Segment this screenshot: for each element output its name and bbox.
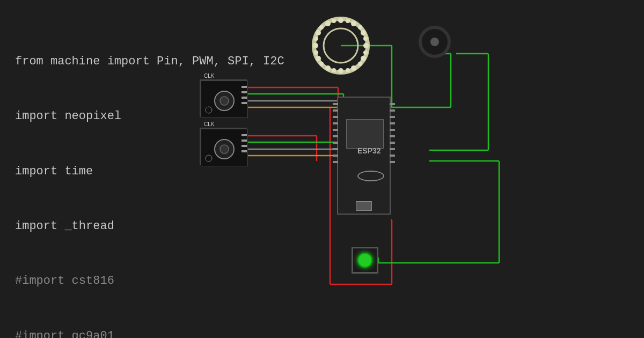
svg-rect-68 bbox=[241, 97, 247, 99]
svg-point-58 bbox=[319, 62, 324, 66]
pin bbox=[333, 142, 338, 144]
svg-point-55 bbox=[358, 62, 362, 66]
pin bbox=[333, 135, 338, 137]
svg-point-60 bbox=[314, 36, 318, 41]
esp32-board: ESP32 bbox=[337, 97, 391, 215]
svg-point-65 bbox=[220, 97, 229, 105]
svg-point-38 bbox=[324, 28, 358, 63]
encoder-2 bbox=[200, 128, 247, 165]
svg-point-73 bbox=[220, 145, 229, 153]
circuit-diagram: CLK DT SW GND CLK DT SW GND bbox=[188, 0, 644, 338]
svg-point-50 bbox=[325, 21, 331, 26]
led-indicator bbox=[357, 253, 372, 268]
esp32-right-pins bbox=[390, 103, 395, 163]
svg-text:CLK: CLK bbox=[204, 73, 215, 79]
svg-point-45 bbox=[338, 68, 343, 74]
svg-rect-74 bbox=[241, 134, 247, 136]
pin bbox=[390, 161, 395, 163]
neopixel-ring bbox=[311, 16, 370, 75]
pin bbox=[333, 129, 338, 131]
svg-point-57 bbox=[332, 68, 336, 72]
svg-point-42 bbox=[363, 43, 369, 48]
pin bbox=[390, 109, 395, 112]
svg-point-70 bbox=[206, 107, 212, 113]
pin bbox=[390, 116, 395, 118]
pin bbox=[390, 122, 395, 124]
pin bbox=[333, 109, 338, 112]
svg-point-78 bbox=[206, 155, 212, 161]
svg-point-41 bbox=[361, 30, 366, 35]
svg-point-52 bbox=[358, 25, 362, 30]
svg-rect-69 bbox=[241, 102, 247, 104]
svg-point-62 bbox=[332, 19, 336, 23]
led-button bbox=[352, 247, 378, 274]
svg-point-44 bbox=[351, 65, 356, 71]
svg-rect-67 bbox=[241, 91, 247, 93]
svg-point-61 bbox=[319, 25, 324, 30]
svg-point-48 bbox=[313, 43, 318, 48]
svg-text:CLK: CLK bbox=[204, 121, 215, 127]
svg-rect-77 bbox=[241, 150, 247, 152]
esp32-label: ESP32 bbox=[357, 146, 381, 155]
pin bbox=[333, 155, 338, 157]
svg-rect-76 bbox=[241, 145, 247, 147]
svg-point-46 bbox=[325, 65, 331, 71]
pin bbox=[333, 116, 338, 118]
esp32-usb bbox=[356, 201, 372, 211]
esp32-left-pins bbox=[333, 103, 338, 163]
pin bbox=[390, 103, 395, 105]
pin bbox=[390, 155, 395, 157]
esp32-chip: ESP32 bbox=[346, 119, 384, 149]
svg-point-54 bbox=[363, 50, 368, 55]
svg-point-53 bbox=[363, 36, 368, 41]
svg-point-39 bbox=[338, 18, 343, 23]
svg-point-56 bbox=[346, 68, 350, 72]
svg-point-51 bbox=[346, 19, 350, 23]
circuit-wires: CLK DT SW GND CLK DT SW GND bbox=[188, 0, 644, 338]
svg-rect-75 bbox=[241, 139, 247, 142]
pin bbox=[333, 161, 338, 163]
esp32-antenna bbox=[357, 171, 384, 181]
svg-point-43 bbox=[361, 56, 366, 61]
buzzer bbox=[419, 26, 451, 58]
pin bbox=[333, 122, 338, 124]
pin bbox=[390, 135, 395, 137]
svg-rect-66 bbox=[241, 86, 247, 88]
pin bbox=[390, 129, 395, 131]
pin bbox=[390, 142, 395, 144]
svg-point-49 bbox=[316, 30, 321, 35]
svg-point-47 bbox=[316, 56, 321, 61]
svg-point-40 bbox=[351, 21, 356, 26]
pin bbox=[390, 148, 395, 150]
pin bbox=[333, 103, 338, 105]
encoder-1 bbox=[200, 79, 247, 117]
svg-point-59 bbox=[314, 50, 318, 55]
pin bbox=[333, 148, 338, 150]
